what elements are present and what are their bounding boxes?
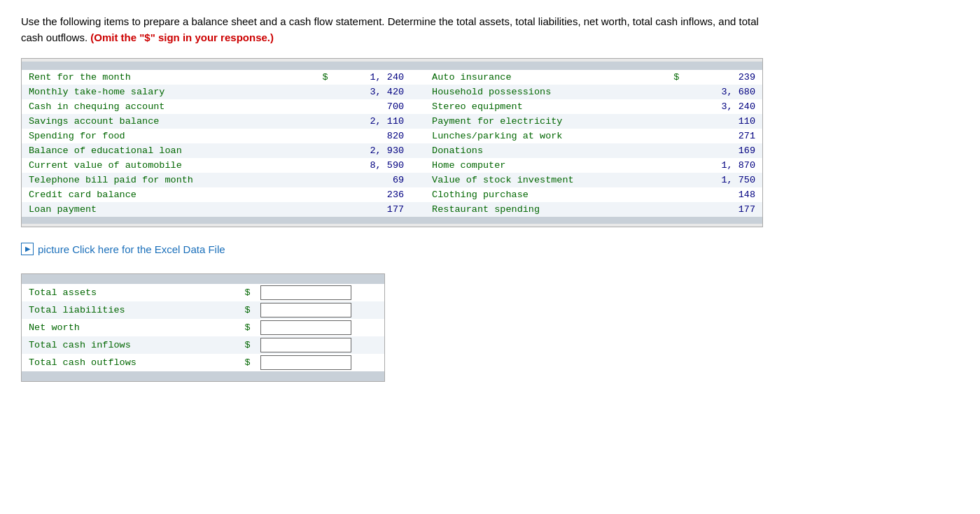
instructions: Use the following items to prepare a bal… <box>21 14 959 45</box>
answer-input-total-cash-inflows[interactable] <box>260 338 351 352</box>
excel-link-label: picture Click here for the Excel Data Fi… <box>38 243 225 255</box>
value-col2: 169 <box>686 143 762 158</box>
table-row: Rent for the month $ 1, 240 Auto insuran… <box>22 70 762 85</box>
answer-input-cell <box>258 284 384 301</box>
dollar-col2: $ <box>658 70 687 85</box>
value-col2: 1, 750 <box>686 173 762 187</box>
table-row: Monthly take-home salary 3, 420 Househol… <box>22 85 762 99</box>
label-col: Loan payment <box>22 202 307 217</box>
label-col: Credit card balance <box>22 187 307 202</box>
value-col2: 3, 240 <box>686 99 762 114</box>
dollar-col2 <box>658 114 687 129</box>
value-col2: 3, 680 <box>686 85 762 99</box>
value-col: 820 <box>335 129 412 143</box>
dollar-col2 <box>658 143 687 158</box>
answer-dollar: $ <box>230 284 258 301</box>
answer-row: Total liabilities $ <box>22 301 384 319</box>
value-col: 8, 590 <box>335 158 412 173</box>
value-col2: 1, 870 <box>686 158 762 173</box>
answer-row: Net worth $ <box>22 319 384 336</box>
dollar-col2 <box>658 129 687 143</box>
dollar-col <box>307 99 335 114</box>
answer-label: Total liabilities <box>22 301 230 319</box>
label-col: Balance of educational loan <box>22 143 307 158</box>
label-col: Rent for the month <box>22 70 307 85</box>
value-col: 69 <box>335 173 412 187</box>
value-col: 177 <box>335 202 412 217</box>
dollar-col2 <box>658 85 687 99</box>
dollar-col: $ <box>307 70 335 85</box>
label-col: Cash in chequing account <box>22 99 307 114</box>
label-col2: Home computer <box>411 158 658 173</box>
table-row: Savings account balance 2, 110 Payment f… <box>22 114 762 129</box>
table-row: Credit card balance 236 Clothing purchas… <box>22 187 762 202</box>
answer-input-total-liabilities[interactable] <box>260 303 351 317</box>
answer-label: Net worth <box>22 319 230 336</box>
answer-dollar: $ <box>230 354 258 371</box>
answer-row: Total cash inflows $ <box>22 336 384 354</box>
value-col2: 239 <box>686 70 762 85</box>
value-col2: 148 <box>686 187 762 202</box>
data-table: Rent for the month $ 1, 240 Auto insuran… <box>22 62 762 224</box>
dollar-col <box>307 143 335 158</box>
dollar-col <box>307 85 335 99</box>
answer-row: Total assets $ <box>22 284 384 301</box>
dollar-col <box>307 114 335 129</box>
label-col: Monthly take-home salary <box>22 85 307 99</box>
label-col2: Clothing purchase <box>411 187 658 202</box>
excel-link[interactable]: ▶ picture Click here for the Excel Data … <box>21 243 959 255</box>
dollar-col <box>307 173 335 187</box>
answer-input-cell <box>258 301 384 319</box>
dollar-col <box>307 202 335 217</box>
table-row: Spending for food 820 Lunches/parking at… <box>22 129 762 143</box>
label-col: Spending for food <box>22 129 307 143</box>
table-row: Balance of educational loan 2, 930 Donat… <box>22 143 762 158</box>
label-col2: Payment for electricity <box>411 114 658 129</box>
dollar-col <box>307 129 335 143</box>
table-row: Cash in chequing account 700 Stereo equi… <box>22 99 762 114</box>
answer-table-wrapper: Total assets $ Total liabilities $ Net w… <box>21 273 385 382</box>
answer-input-total-assets[interactable] <box>260 285 351 300</box>
dollar-col2 <box>658 187 687 202</box>
table-row: Loan payment 177 Restaurant spending 177 <box>22 202 762 217</box>
dollar-col2 <box>658 202 687 217</box>
value-col2: 271 <box>686 129 762 143</box>
value-col: 236 <box>335 187 412 202</box>
answer-input-net-worth[interactable] <box>260 320 351 335</box>
label-col2: Lunches/parking at work <box>411 129 658 143</box>
answer-dollar: $ <box>230 301 258 319</box>
label-col2: Restaurant spending <box>411 202 658 217</box>
value-col2: 110 <box>686 114 762 129</box>
answer-label: Total cash outflows <box>22 354 230 371</box>
answer-input-cell <box>258 319 384 336</box>
answer-label: Total cash inflows <box>22 336 230 354</box>
label-col2: Household possessions <box>411 85 658 99</box>
answer-input-total-cash-outflows[interactable] <box>260 355 351 370</box>
answer-row: Total cash outflows $ <box>22 354 384 371</box>
value-col: 1, 240 <box>335 70 412 85</box>
dollar-col <box>307 187 335 202</box>
dollar-col2 <box>658 158 687 173</box>
value-col: 2, 110 <box>335 114 412 129</box>
dollar-col2 <box>658 173 687 187</box>
answer-table: Total assets $ Total liabilities $ Net w… <box>22 277 384 378</box>
label-col: Savings account balance <box>22 114 307 129</box>
value-col2: 177 <box>686 202 762 217</box>
label-col2: Donations <box>411 143 658 158</box>
answer-label: Total assets <box>22 284 230 301</box>
answer-input-cell <box>258 336 384 354</box>
dollar-col <box>307 158 335 173</box>
label-col: Current value of automobile <box>22 158 307 173</box>
instructions-highlight: (Omit the "$" sign in your response.) <box>90 31 274 43</box>
value-col: 3, 420 <box>335 85 412 99</box>
label-col: Telephone bill paid for month <box>22 173 307 187</box>
data-table-wrapper: Rent for the month $ 1, 240 Auto insuran… <box>21 58 763 227</box>
value-col: 2, 930 <box>335 143 412 158</box>
value-col: 700 <box>335 99 412 114</box>
table-row: Current value of automobile 8, 590 Home … <box>22 158 762 173</box>
dollar-col2 <box>658 99 687 114</box>
answer-dollar: $ <box>230 336 258 354</box>
answer-input-cell <box>258 354 384 371</box>
label-col2: Stereo equipment <box>411 99 658 114</box>
excel-icon: ▶ <box>21 243 34 255</box>
